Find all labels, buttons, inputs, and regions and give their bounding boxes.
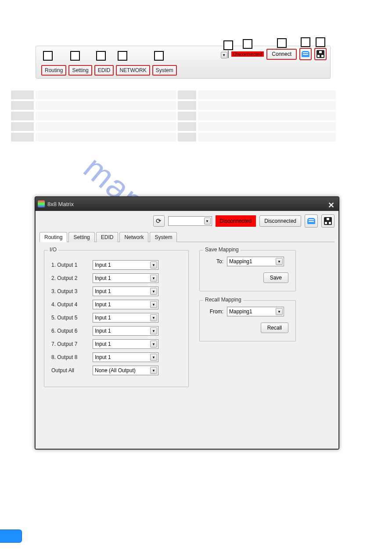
tab-label: Routing (45, 67, 63, 73)
combo-value: Input 1 (95, 275, 111, 281)
ethernet-button[interactable] (314, 48, 327, 60)
callout-box (70, 51, 80, 61)
io-input-select[interactable]: Input 1▼ (93, 326, 158, 336)
io-input-select[interactable]: Input 1▼ (93, 300, 158, 309)
serial-port-icon (302, 51, 309, 57)
serial-port-icon (307, 218, 315, 224)
routing-content: I/O 1. Output 1 Input 1▼ 2. Output 2 Inp… (35, 242, 339, 395)
io-row-7: 7. Output 7 Input 1▼ (51, 339, 181, 349)
callout-box (118, 51, 127, 61)
recall-mapping-legend: Recall Mapping (203, 297, 243, 303)
ethernet-icon (324, 217, 332, 225)
top-tab-routing[interactable]: Routing (41, 65, 66, 76)
io-row-4: 4. Output 4 Input 1▼ (51, 300, 181, 309)
callout-box (223, 40, 233, 50)
combo-value: None (All Output) (95, 367, 136, 374)
top-right-controls: ▼ Disconnected Connect (228, 48, 327, 60)
top-tab-setting[interactable]: Setting (68, 65, 92, 76)
tab-system[interactable]: System (150, 232, 177, 242)
tab-label: System (155, 234, 172, 240)
refresh-button[interactable]: ⟳ (153, 215, 165, 227)
callout-box (277, 38, 287, 48)
titlebar: 8x8 Matrix ✕ (35, 197, 339, 211)
io-input-select[interactable]: Input 1▼ (93, 313, 158, 323)
tab-label: EDID (101, 234, 114, 240)
connect-button[interactable]: Connect (266, 49, 297, 60)
combo-value: Input 1 (95, 341, 111, 347)
chevron-down-icon: ▼ (150, 314, 157, 321)
callout-box (243, 39, 252, 49)
tab-label: Setting (73, 234, 90, 240)
io-row-2: 2. Output 2 Input 1▼ (51, 273, 181, 283)
chevron-down-icon: ▼ (150, 288, 157, 295)
save-mapping-legend: Save Mapping (203, 247, 241, 253)
chevron-down-icon: ▼ (204, 218, 211, 225)
io-row-8: 8. Output 8 Input 1▼ (51, 352, 181, 362)
combo-value: Input 1 (95, 315, 111, 321)
top-tabs: Routing Setting EDID NETWORK System (41, 65, 177, 76)
from-label: From: (207, 308, 223, 315)
tab-setting[interactable]: Setting (68, 232, 94, 242)
callout-box (154, 51, 164, 61)
io-input-select[interactable]: Input 1▼ (93, 273, 158, 283)
chevron-down-icon: ▼ (150, 341, 157, 348)
disconnect-button[interactable]: Disconnected (259, 215, 301, 227)
io-legend: I/O (48, 247, 58, 253)
chevron-down-icon: ▼ (150, 367, 157, 374)
callout-box (96, 51, 106, 61)
io-row-5: 5. Output 5 Input 1▼ (51, 313, 181, 323)
io-input-select-all[interactable]: None (All Output)▼ (93, 366, 158, 375)
save-mapping-select[interactable]: Mapping1▼ (227, 257, 284, 266)
tabs-row: Routing Setting EDID Network System (40, 232, 334, 242)
io-label: 7. Output 7 (51, 341, 87, 347)
tab-label: EDID (98, 67, 111, 73)
callout-box (43, 51, 53, 61)
chevron-down-icon: ▼ (150, 261, 157, 268)
save-button[interactable]: Save (263, 272, 288, 283)
chevron-down-icon: ▼ (221, 52, 227, 58)
port-dropdown[interactable]: ▼ (228, 51, 229, 58)
io-label: 3. Output 3 (51, 288, 87, 294)
tab-label: System (156, 67, 173, 73)
tab-routing[interactable]: Routing (40, 232, 67, 242)
combo-value: Input 1 (95, 301, 111, 308)
app-icon (38, 200, 45, 207)
close-button[interactable]: ✕ (328, 200, 334, 210)
io-input-select[interactable]: Input 1▼ (93, 339, 158, 349)
ethernet-button[interactable] (321, 214, 334, 228)
chevron-down-icon: ▼ (276, 258, 283, 265)
chevron-down-icon: ▼ (276, 308, 283, 315)
recall-mapping-select[interactable]: Mapping1▼ (227, 307, 284, 316)
port-dropdown[interactable]: ▼ (168, 216, 212, 226)
toolbar: ⟳ ▼ Disconnected Disconnected Routing Se… (35, 211, 339, 242)
top-tab-network[interactable]: NETWORK (116, 65, 150, 76)
recall-mapping-groupbox: Recall Mapping From: Mapping1▼ Recall (199, 300, 296, 341)
tab-label: Routing (44, 234, 62, 240)
tab-network[interactable]: Network (119, 232, 148, 242)
save-mapping-groupbox: Save Mapping To: Mapping1▼ Save (199, 250, 296, 291)
io-label: Output All (51, 367, 87, 374)
status-badge: Disconnected (216, 215, 256, 227)
chevron-down-icon: ▼ (150, 301, 157, 308)
tab-label: Setting (72, 67, 88, 73)
io-label: 2. Output 2 (51, 275, 87, 281)
io-input-select[interactable]: Input 1▼ (93, 287, 158, 296)
io-label: 6. Output 6 (51, 328, 87, 334)
rs232-button[interactable] (299, 48, 312, 60)
description-rows (11, 91, 336, 143)
tab-label: NETWORK (119, 67, 146, 73)
recall-button[interactable]: Recall (261, 323, 288, 333)
mapping-column: Save Mapping To: Mapping1▼ Save Recall M… (199, 250, 330, 387)
tab-edid[interactable]: EDID (96, 232, 119, 242)
tab-label: Network (124, 234, 144, 240)
io-label: 4. Output 4 (51, 301, 87, 308)
rs232-button[interactable] (305, 214, 318, 228)
chevron-down-icon: ▼ (150, 354, 157, 361)
io-input-select[interactable]: Input 1▼ (93, 260, 158, 270)
io-label: 1. Output 1 (51, 262, 87, 268)
io-input-select[interactable]: Input 1▼ (93, 352, 158, 362)
to-label: To: (207, 258, 223, 265)
io-label: 8. Output 8 (51, 354, 87, 360)
top-tab-system[interactable]: System (152, 65, 177, 76)
top-tab-edid[interactable]: EDID (94, 65, 114, 76)
